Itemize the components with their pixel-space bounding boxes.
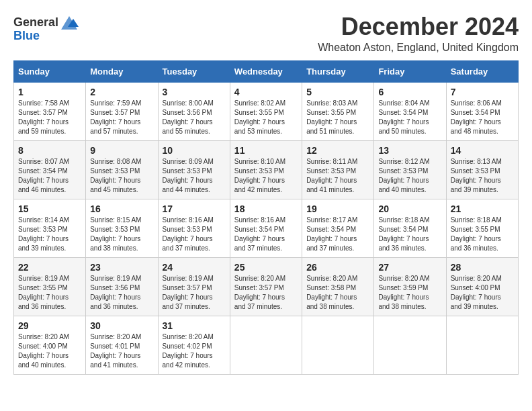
calendar-week-5: 29 Sunrise: 8:20 AMSunset: 4:00 PMDaylig… <box>14 316 519 374</box>
day-info: Sunrise: 8:19 AMSunset: 3:57 PMDaylight:… <box>163 274 226 312</box>
day-info: Sunrise: 8:20 AMSunset: 4:00 PMDaylight:… <box>451 274 514 312</box>
table-row: 26 Sunrise: 8:20 AMSunset: 3:58 PMDaylig… <box>302 257 374 316</box>
header: General Blue December 2024 Wheaton Aston… <box>13 13 519 54</box>
table-row: 14 Sunrise: 8:13 AMSunset: 3:53 PMDaylig… <box>446 140 518 199</box>
day-number: 22 <box>18 262 81 273</box>
table-row: 15 Sunrise: 8:14 AMSunset: 3:53 PMDaylig… <box>14 199 86 257</box>
table-row: 13 Sunrise: 8:12 AMSunset: 3:53 PMDaylig… <box>374 140 446 199</box>
day-number: 2 <box>90 87 153 97</box>
header-saturday: Saturday <box>446 60 518 82</box>
logo-blue: Blue <box>13 30 40 43</box>
day-info: Sunrise: 8:16 AMSunset: 3:54 PMDaylight:… <box>234 216 298 253</box>
day-number: 28 <box>451 262 514 273</box>
day-number: 19 <box>306 203 369 214</box>
day-info: Sunrise: 8:08 AMSunset: 3:53 PMDaylight:… <box>90 157 153 195</box>
table-row: 5 Sunrise: 8:03 AMSunset: 3:55 PMDayligh… <box>302 82 374 140</box>
day-info: Sunrise: 8:10 AMSunset: 3:53 PMDaylight:… <box>234 157 298 195</box>
day-number: 9 <box>90 145 153 156</box>
table-row: 3 Sunrise: 8:00 AMSunset: 3:56 PMDayligh… <box>158 82 230 140</box>
table-row: 19 Sunrise: 8:17 AMSunset: 3:54 PMDaylig… <box>302 199 374 257</box>
table-row: 21 Sunrise: 8:18 AMSunset: 3:55 PMDaylig… <box>446 199 518 257</box>
day-info: Sunrise: 8:07 AMSunset: 3:54 PMDaylight:… <box>18 157 81 195</box>
day-number: 23 <box>90 262 153 273</box>
day-number: 3 <box>163 87 226 97</box>
table-row <box>230 316 302 374</box>
header-wednesday: Wednesday <box>230 60 302 82</box>
day-number: 26 <box>306 262 369 273</box>
day-info: Sunrise: 8:15 AMSunset: 3:53 PMDaylight:… <box>90 216 153 253</box>
table-row: 9 Sunrise: 8:08 AMSunset: 3:53 PMDayligh… <box>86 140 158 199</box>
day-number: 31 <box>163 320 226 331</box>
table-row: 8 Sunrise: 8:07 AMSunset: 3:54 PMDayligh… <box>14 140 86 199</box>
day-number: 20 <box>378 203 441 214</box>
day-number: 1 <box>18 87 81 97</box>
day-info: Sunrise: 8:20 AMSunset: 3:57 PMDaylight:… <box>234 274 298 312</box>
day-info: Sunrise: 7:58 AMSunset: 3:57 PMDaylight:… <box>18 99 81 136</box>
day-number: 8 <box>18 145 81 156</box>
calendar-week-2: 8 Sunrise: 8:07 AMSunset: 3:54 PMDayligh… <box>14 140 519 199</box>
table-row <box>302 316 374 374</box>
table-row: 18 Sunrise: 8:16 AMSunset: 3:54 PMDaylig… <box>230 199 302 257</box>
day-number: 24 <box>163 262 226 273</box>
day-number: 4 <box>234 87 298 97</box>
day-number: 16 <box>90 203 153 214</box>
table-row: 10 Sunrise: 8:09 AMSunset: 3:53 PMDaylig… <box>158 140 230 199</box>
table-row: 20 Sunrise: 8:18 AMSunset: 3:54 PMDaylig… <box>374 199 446 257</box>
calendar-week-1: 1 Sunrise: 7:58 AMSunset: 3:57 PMDayligh… <box>14 82 519 140</box>
day-number: 21 <box>451 203 514 214</box>
day-info: Sunrise: 8:00 AMSunset: 3:56 PMDaylight:… <box>163 99 226 136</box>
day-info: Sunrise: 7:59 AMSunset: 3:57 PMDaylight:… <box>90 99 153 136</box>
table-row <box>446 316 518 374</box>
logo-general: General <box>13 16 58 30</box>
day-number: 18 <box>234 203 298 214</box>
day-info: Sunrise: 8:20 AMSunset: 4:00 PMDaylight:… <box>18 332 81 370</box>
table-row: 6 Sunrise: 8:04 AMSunset: 3:54 PMDayligh… <box>374 82 446 140</box>
day-number: 29 <box>18 320 81 331</box>
logo: General Blue <box>13 13 79 43</box>
day-number: 10 <box>163 145 226 156</box>
table-row: 2 Sunrise: 7:59 AMSunset: 3:57 PMDayligh… <box>86 82 158 140</box>
table-row: 25 Sunrise: 8:20 AMSunset: 3:57 PMDaylig… <box>230 257 302 316</box>
location-title: Wheaton Aston, England, United Kingdom <box>318 42 519 54</box>
day-info: Sunrise: 8:20 AMSunset: 4:01 PMDaylight:… <box>90 332 153 370</box>
day-number: 14 <box>451 145 514 156</box>
month-title: December 2024 <box>318 13 519 40</box>
table-row: 27 Sunrise: 8:20 AMSunset: 3:59 PMDaylig… <box>374 257 446 316</box>
header-sunday: Sunday <box>14 60 86 82</box>
day-info: Sunrise: 8:17 AMSunset: 3:54 PMDaylight:… <box>306 216 369 253</box>
day-info: Sunrise: 8:18 AMSunset: 3:55 PMDaylight:… <box>451 216 514 253</box>
day-info: Sunrise: 8:20 AMSunset: 3:59 PMDaylight:… <box>378 274 441 312</box>
table-row: 17 Sunrise: 8:16 AMSunset: 3:53 PMDaylig… <box>158 199 230 257</box>
table-row: 23 Sunrise: 8:19 AMSunset: 3:56 PMDaylig… <box>86 257 158 316</box>
table-row <box>374 316 446 374</box>
day-info: Sunrise: 8:03 AMSunset: 3:55 PMDaylight:… <box>306 99 369 136</box>
header-tuesday: Tuesday <box>158 60 230 82</box>
day-info: Sunrise: 8:11 AMSunset: 3:53 PMDaylight:… <box>306 157 369 195</box>
day-number: 13 <box>378 145 441 156</box>
table-row: 22 Sunrise: 8:19 AMSunset: 3:55 PMDaylig… <box>14 257 86 316</box>
day-number: 17 <box>163 203 226 214</box>
calendar-table: Sunday Monday Tuesday Wednesday Thursday… <box>13 60 519 375</box>
day-info: Sunrise: 8:19 AMSunset: 3:55 PMDaylight:… <box>18 274 81 312</box>
day-info: Sunrise: 8:13 AMSunset: 3:53 PMDaylight:… <box>451 157 514 195</box>
table-row: 11 Sunrise: 8:10 AMSunset: 3:53 PMDaylig… <box>230 140 302 199</box>
day-info: Sunrise: 8:04 AMSunset: 3:54 PMDaylight:… <box>378 99 441 136</box>
table-row: 24 Sunrise: 8:19 AMSunset: 3:57 PMDaylig… <box>158 257 230 316</box>
day-info: Sunrise: 8:12 AMSunset: 3:53 PMDaylight:… <box>378 157 441 195</box>
header-thursday: Thursday <box>302 60 374 82</box>
table-row: 4 Sunrise: 8:02 AMSunset: 3:55 PMDayligh… <box>230 82 302 140</box>
day-number: 7 <box>451 87 514 97</box>
table-row: 30 Sunrise: 8:20 AMSunset: 4:01 PMDaylig… <box>86 316 158 374</box>
day-info: Sunrise: 8:19 AMSunset: 3:56 PMDaylight:… <box>90 274 153 312</box>
day-info: Sunrise: 8:02 AMSunset: 3:55 PMDaylight:… <box>234 99 298 136</box>
day-number: 27 <box>378 262 441 273</box>
table-row: 12 Sunrise: 8:11 AMSunset: 3:53 PMDaylig… <box>302 140 374 199</box>
header-friday: Friday <box>374 60 446 82</box>
day-info: Sunrise: 8:14 AMSunset: 3:53 PMDaylight:… <box>18 216 81 253</box>
table-row: 1 Sunrise: 7:58 AMSunset: 3:57 PMDayligh… <box>14 82 86 140</box>
day-info: Sunrise: 8:06 AMSunset: 3:54 PMDaylight:… <box>451 99 514 136</box>
table-row: 7 Sunrise: 8:06 AMSunset: 3:54 PMDayligh… <box>446 82 518 140</box>
day-info: Sunrise: 8:20 AMSunset: 3:58 PMDaylight:… <box>306 274 369 312</box>
table-row: 31 Sunrise: 8:20 AMSunset: 4:02 PMDaylig… <box>158 316 230 374</box>
day-info: Sunrise: 8:20 AMSunset: 4:02 PMDaylight:… <box>163 332 226 370</box>
